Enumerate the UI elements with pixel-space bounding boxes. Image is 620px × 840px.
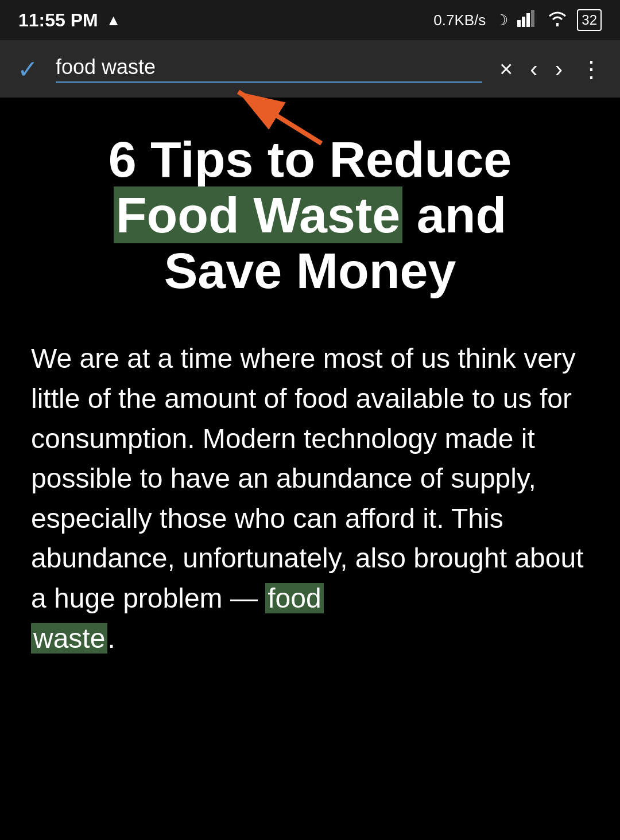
svg-rect-2 xyxy=(526,13,530,27)
moon-icon: ☽ xyxy=(495,11,508,29)
status-left: 11:55 PM ▲ xyxy=(18,10,121,31)
status-warning-icon: ▲ xyxy=(106,11,121,29)
search-actions: × ‹ › ⋮ xyxy=(499,56,603,82)
status-time: 11:55 PM xyxy=(18,10,98,31)
search-next-button[interactable]: › xyxy=(555,56,563,82)
body-highlight-waste: waste xyxy=(31,623,107,654)
svg-rect-0 xyxy=(517,20,521,27)
body-highlight-food: food xyxy=(265,583,323,613)
battery-indicator: 32 xyxy=(577,9,602,31)
svg-rect-3 xyxy=(531,10,534,27)
search-bar: ✓ × ‹ › ⋮ xyxy=(0,40,620,98)
search-prev-button[interactable]: ‹ xyxy=(530,56,537,82)
status-bar: 11:55 PM ▲ 0.7KB/s ☽ 32 xyxy=(0,0,620,40)
title-highlight-food-waste: Food Waste xyxy=(114,186,402,243)
search-input[interactable] xyxy=(56,55,482,79)
wifi-icon xyxy=(547,10,568,30)
search-confirm-button[interactable]: ✓ xyxy=(17,55,38,84)
article-body: We are at a time where most of us think … xyxy=(31,339,589,658)
search-underline xyxy=(56,81,482,83)
signal-icon xyxy=(517,10,538,31)
network-speed: 0.7KB/s xyxy=(433,11,486,29)
search-more-button[interactable]: ⋮ xyxy=(580,56,603,82)
article-title: 6 Tips to Reduce Food Waste and Save Mon… xyxy=(31,132,589,298)
main-content: 6 Tips to Reduce Food Waste and Save Mon… xyxy=(0,98,620,710)
status-right: 0.7KB/s ☽ 32 xyxy=(433,9,602,31)
search-clear-button[interactable]: × xyxy=(499,56,513,82)
svg-rect-1 xyxy=(522,17,525,27)
search-input-wrapper xyxy=(56,55,482,83)
article-paragraph-1: We are at a time where most of us think … xyxy=(31,339,589,658)
